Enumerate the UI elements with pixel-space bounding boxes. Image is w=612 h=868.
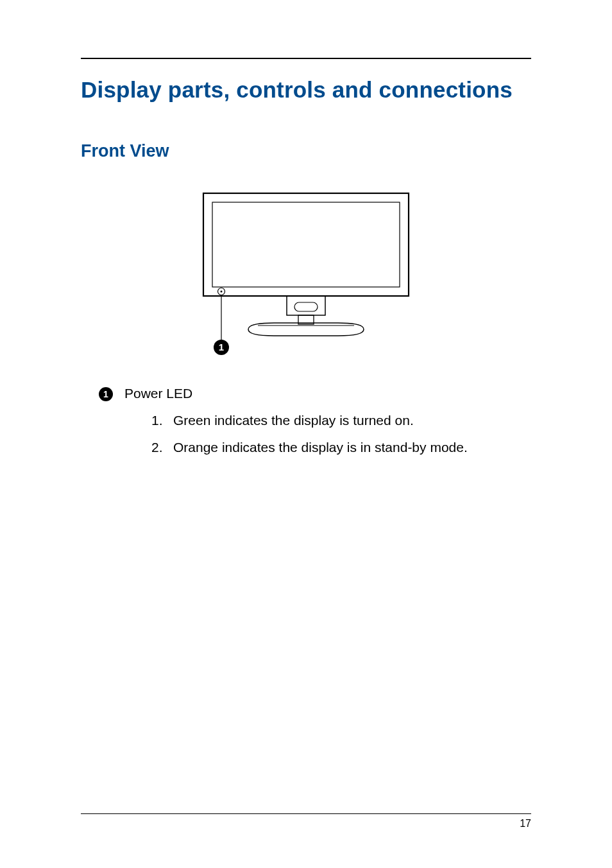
callout-row: 1 Power LED [99,386,531,401]
page-number: 17 [81,818,531,829]
list-item-text: Green indicates the display is turned on… [173,413,414,428]
page-title: Display parts, controls and connections [81,77,531,103]
list-item-number: 1. [151,413,166,428]
svg-rect-7 [294,302,318,311]
svg-rect-1 [212,202,400,287]
callout-bullet-icon: 1 [99,387,113,401]
callout-sublist: 1. Green indicates the display is turned… [151,413,531,455]
svg-point-3 [221,291,223,293]
rule-top [81,58,531,59]
list-item-number: 2. [151,440,166,455]
page-footer: 17 [81,813,531,829]
svg-rect-6 [287,296,325,315]
section-heading: Front View [81,141,531,161]
list-item: 2. Orange indicates the display is in st… [151,440,531,455]
page: Display parts, controls and connections … [0,0,612,868]
diagram-container: 1 [81,187,531,360]
list-item-text: Orange indicates the display is in stand… [173,440,468,455]
callout-label: Power LED [124,386,192,401]
front-view-diagram: 1 [197,187,415,360]
list-item: 1. Green indicates the display is turned… [151,413,531,428]
rule-bottom [81,813,531,814]
svg-rect-0 [203,193,409,296]
diagram-callout-number: 1 [219,342,224,352]
